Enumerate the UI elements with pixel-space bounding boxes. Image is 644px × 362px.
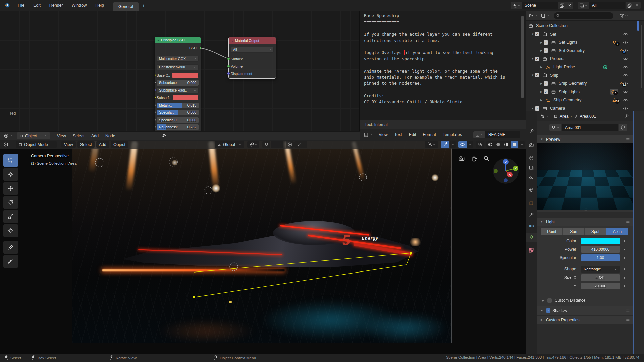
gizmo-x-axis[interactable]: X [507, 172, 513, 177]
light-name-field[interactable]: Area.001 [562, 124, 618, 131]
collection-checkbox[interactable] [535, 106, 539, 111]
material-output-node[interactable]: Material Output All Surface Volume Displ… [228, 37, 276, 79]
object-visibility-button[interactable] [425, 141, 438, 148]
bsdf-output-socket[interactable] [199, 46, 201, 49]
animate-dot[interactable] [624, 277, 625, 279]
specular-socket[interactable] [155, 111, 156, 114]
zoom-button[interactable] [483, 155, 490, 162]
tool-annotate[interactable] [3, 241, 18, 254]
subsurface-color-swatch[interactable] [172, 95, 199, 100]
transform-orientation-dropdown[interactable]: Global [215, 141, 244, 148]
menu-object[interactable]: Object [111, 141, 128, 148]
disclosure-triangle[interactable]: ▶ [539, 49, 544, 52]
base-color-socket[interactable] [155, 74, 156, 77]
light-panel-header[interactable]: ▼Light [537, 218, 633, 226]
disclosure-triangle[interactable]: ▶ [539, 309, 544, 312]
light-datablock-browse-button[interactable] [549, 124, 561, 131]
disclosure-triangle[interactable]: ▶ [539, 66, 544, 69]
outliner-row-set-geometry[interactable]: ▶ Set Geometry 8 [539, 47, 644, 55]
output-target-dropdown[interactable]: All [231, 47, 274, 53]
scene-new-button[interactable] [558, 2, 566, 9]
node-header[interactable]: Material Output [229, 37, 276, 44]
workspace-tab-general[interactable]: General [113, 2, 139, 11]
menu-edit[interactable]: Edit [406, 132, 420, 137]
animate-dot[interactable] [624, 285, 625, 287]
metallic-socket[interactable] [155, 104, 156, 107]
outliner-row-ship[interactable]: ▼ Ship [530, 71, 641, 79]
eye-icon[interactable] [623, 89, 628, 94]
disclosure-triangle[interactable]: ▼ [530, 74, 535, 77]
text-datablock-browse-button[interactable] [473, 131, 485, 138]
subsurface-socket[interactable] [155, 81, 156, 84]
overlays-toggle-button[interactable] [458, 141, 467, 148]
metallic-slider[interactable]: Metallic:0.613 [157, 103, 199, 108]
editor-type-button[interactable] [527, 12, 539, 19]
eye-icon[interactable] [623, 106, 628, 111]
editor-type-button[interactable] [2, 141, 14, 148]
shape-dropdown[interactable]: Rectangle [581, 266, 620, 273]
editor-type-button[interactable] [362, 131, 374, 138]
menu-window[interactable]: Window [67, 3, 91, 8]
menu-format[interactable]: Format [419, 132, 439, 137]
panel-resize-grip[interactable] [582, 208, 587, 211]
collection-checkbox[interactable] [535, 73, 539, 77]
disclosure-triangle[interactable]: ▼ [530, 57, 535, 60]
collection-checkbox[interactable] [544, 81, 548, 86]
outliner-row-set[interactable]: ▼ Set [530, 30, 641, 38]
eye-icon[interactable] [623, 48, 628, 53]
outliner-scrollbar[interactable] [641, 25, 642, 88]
collapse-triangle-icon[interactable] [231, 39, 233, 43]
menu-node[interactable]: Node [102, 134, 119, 138]
disclosure-triangle[interactable]: ▼ [530, 107, 535, 110]
collection-checkbox[interactable] [544, 40, 548, 45]
eye-icon[interactable] [623, 81, 628, 86]
subsurface-radius-dropdown[interactable]: Subsurface Radi.. [157, 87, 199, 93]
principled-bsdf-node[interactable]: Principled BSDF BSDF Multiscatter GGX Ch… [155, 37, 201, 131]
shading-rendered-button[interactable] [511, 141, 518, 148]
power-field[interactable]: 410.00000 [581, 246, 620, 253]
animate-dot[interactable] [624, 249, 625, 250]
snap-target-button[interactable] [247, 141, 259, 148]
tab-object[interactable] [529, 201, 534, 206]
fake-user-button[interactable] [619, 124, 627, 131]
editor-type-button[interactable] [538, 113, 550, 120]
disclosure-triangle[interactable]: ▶ [541, 299, 545, 302]
size-x-field[interactable]: 4.341 [581, 274, 620, 281]
text-scrollbar[interactable] [521, 16, 524, 98]
menu-select[interactable]: Select [69, 134, 88, 138]
light-type-spot[interactable]: Spot [585, 228, 606, 235]
tool-move[interactable] [3, 182, 18, 195]
custom-properties-panel-header[interactable]: ▶ Custom Properties [537, 316, 633, 324]
disclosure-triangle[interactable]: ▶ [539, 90, 544, 93]
collection-checkbox[interactable] [535, 57, 539, 61]
shader-type-dropdown[interactable]: Object [17, 132, 50, 139]
tool-cursor[interactable] [3, 168, 18, 181]
editor-type-button[interactable] [2, 132, 14, 139]
disclosure-triangle[interactable]: ▶ [539, 318, 544, 321]
blender-logo-icon[interactable] [4, 2, 10, 8]
eye-icon[interactable] [623, 65, 628, 70]
roughness-slider[interactable]: Roughness:0.232 [157, 124, 199, 130]
menu-view[interactable]: View [54, 134, 69, 138]
viewport-3d[interactable]: 5 Energy Obje [0, 140, 526, 354]
menu-add[interactable]: Add [96, 141, 109, 148]
light-type-point[interactable]: Point [541, 228, 563, 235]
disclosure-triangle[interactable]: ▶ [539, 41, 544, 44]
tab-world[interactable] [529, 187, 534, 192]
shading-solid-button[interactable] [494, 141, 502, 148]
pin-icon[interactable] [624, 114, 629, 119]
pan-hand-button[interactable] [471, 155, 477, 162]
subsurface-slider[interactable]: Subsurface:0.000 [157, 80, 199, 86]
tab-output[interactable] [529, 155, 534, 161]
tool-scale[interactable] [3, 210, 18, 223]
volume-input-socket[interactable] [227, 65, 230, 68]
shadow-panel-header[interactable]: ▶ Shadow [537, 306, 633, 315]
eye-icon[interactable] [623, 73, 628, 78]
gizmo-y-axis[interactable]: Y [513, 166, 518, 171]
text-editor[interactable]: Race Spaceship ============== If you cha… [360, 11, 526, 120]
light-type-area[interactable]: Area [606, 228, 628, 235]
outliner-row-scene-collection[interactable]: Scene Collection [528, 22, 639, 30]
menu-add[interactable]: Add [88, 134, 102, 138]
grip-dots[interactable] [626, 221, 631, 223]
eye-icon[interactable] [623, 98, 628, 103]
